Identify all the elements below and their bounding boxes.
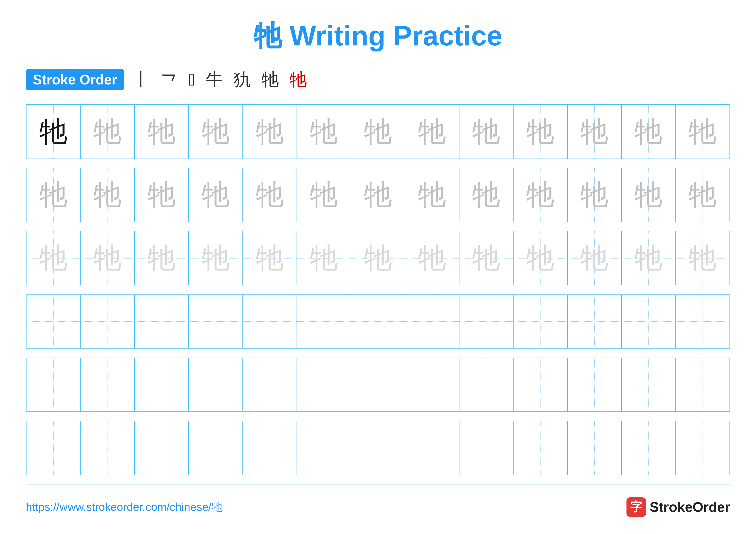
grid-cell[interactable]: 牠 [189,168,243,222]
footer: https://www.strokeorder.com/chinese/牠 字 … [26,493,730,517]
cell-character: 牠 [202,113,230,151]
stroke-steps: 丨 ⺂ 𠃌 牛 犰 牠 牠 [133,68,307,91]
grid-cell[interactable] [80,294,134,348]
grid-cell[interactable] [567,358,622,412]
grid-cell[interactable] [459,358,513,412]
grid-cell[interactable]: 牠 [351,168,405,222]
grid-cell[interactable] [622,358,676,412]
grid-cell[interactable]: 牠 [134,231,189,285]
cell-character: 牠 [256,113,284,151]
cell-character: 牠 [310,113,338,151]
footer-url[interactable]: https://www.strokeorder.com/chinese/牠 [26,499,223,515]
grid-cell[interactable] [351,421,405,475]
grid-cell[interactable]: 牠 [297,105,351,159]
cell-character: 牠 [202,176,230,214]
grid-cell[interactable] [26,358,80,412]
grid-cell[interactable]: 牠 [26,105,80,159]
grid-cell[interactable]: 牠 [134,168,189,222]
grid-cell[interactable]: 牠 [622,105,676,159]
cell-character: 牠 [418,239,446,277]
grid-cell[interactable] [405,294,459,348]
cell-character: 牠 [310,239,338,277]
grid-cell[interactable] [189,421,243,475]
grid-cell[interactable]: 牠 [80,168,134,222]
grid-cell[interactable]: 牠 [513,231,567,285]
grid-cell[interactable]: 牠 [567,231,622,285]
grid-cell[interactable] [243,294,297,348]
grid-cell[interactable]: 牠 [26,231,80,285]
grid-cell[interactable] [676,421,730,475]
grid-cell[interactable] [134,294,189,348]
grid-cell[interactable]: 牠 [243,168,297,222]
grid-cell[interactable]: 牠 [622,168,676,222]
grid-cell[interactable]: 牠 [567,168,622,222]
grid-cell[interactable] [567,421,622,475]
grid-cell[interactable] [297,421,351,475]
grid-cell[interactable] [189,358,243,412]
grid-cell[interactable] [676,358,730,412]
grid-cell[interactable]: 牠 [297,168,351,222]
grid-cell[interactable]: 牠 [459,105,513,159]
grid-cell[interactable]: 牠 [243,105,297,159]
grid-cell[interactable]: 牠 [405,168,459,222]
cell-character: 牠 [688,176,716,214]
cell-character: 牠 [256,239,284,277]
footer-logo: 字 StrokeOrder [627,497,730,517]
grid-cell[interactable]: 牠 [80,231,134,285]
cell-character: 牠 [526,113,554,151]
grid-cell[interactable]: 牠 [676,105,730,159]
grid-cell[interactable] [26,421,80,475]
grid-cell[interactable] [297,294,351,348]
grid-cell[interactable] [622,294,676,348]
grid-cell[interactable]: 牠 [405,231,459,285]
grid-cell[interactable] [134,358,189,412]
grid-cell[interactable] [622,421,676,475]
footer-logo-icon: 字 [627,497,646,517]
grid-cell[interactable] [297,358,351,412]
grid-cell[interactable] [459,421,513,475]
grid-cell[interactable]: 牠 [297,231,351,285]
grid-cell[interactable] [405,421,459,475]
grid-cell[interactable] [459,294,513,348]
cell-character: 牠 [256,176,284,214]
grid-cell[interactable]: 牠 [243,231,297,285]
grid-cell[interactable]: 牠 [351,105,405,159]
footer-logo-text: StrokeOrder [650,499,730,515]
grid-cell[interactable] [351,358,405,412]
grid-cell[interactable] [80,421,134,475]
grid-cell[interactable]: 牠 [26,168,80,222]
stroke-step-5: 犰 [233,68,251,91]
grid-cell[interactable]: 牠 [459,231,513,285]
grid-cell[interactable]: 牠 [80,105,134,159]
grid-cell[interactable]: 牠 [513,168,567,222]
grid-cell[interactable] [189,294,243,348]
grid-cell[interactable]: 牠 [459,168,513,222]
grid-cell[interactable]: 牠 [676,231,730,285]
grid-cell[interactable] [405,358,459,412]
cell-character: 牠 [364,113,392,151]
grid-cell[interactable]: 牠 [351,231,405,285]
grid-cell[interactable]: 牠 [405,105,459,159]
grid-cell[interactable]: 牠 [189,105,243,159]
grid-cell[interactable]: 牠 [567,105,622,159]
grid-cell[interactable] [513,294,567,348]
grid-cell[interactable] [351,294,405,348]
grid-cell[interactable] [80,358,134,412]
cell-character: 牠 [40,239,68,277]
grid-cell[interactable] [513,358,567,412]
grid-cell[interactable] [243,358,297,412]
grid-cell[interactable] [676,294,730,348]
cell-character: 牠 [310,176,338,214]
grid-cell[interactable]: 牠 [676,168,730,222]
cell-character: 牠 [634,176,662,214]
grid-cell[interactable] [243,421,297,475]
cell-character: 牠 [94,113,122,151]
grid-cell[interactable]: 牠 [189,231,243,285]
grid-cell[interactable] [567,294,622,348]
grid-cell[interactable] [134,421,189,475]
grid-cell[interactable]: 牠 [134,105,189,159]
grid-cell[interactable] [513,421,567,475]
grid-cell[interactable] [26,294,80,348]
grid-cell[interactable]: 牠 [513,105,567,159]
grid-cell[interactable]: 牠 [622,231,676,285]
